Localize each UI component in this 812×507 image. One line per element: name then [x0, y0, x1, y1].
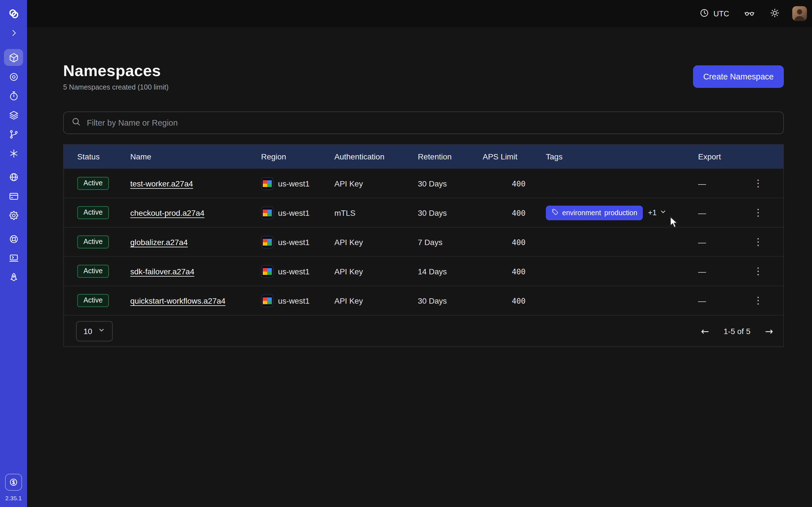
filter-bar [63, 112, 784, 134]
table-row: Active test-worker.a27a4 us-west1 API Ke… [64, 168, 783, 198]
sidebar-item-billing[interactable] [4, 187, 23, 205]
content: Namespaces 5 Namespaces created (100 lim… [27, 27, 812, 347]
sidebar-item-globe[interactable] [4, 168, 23, 185]
sidebar-item-branch[interactable] [4, 126, 23, 143]
namespace-link[interactable]: checkout-prod.a27a4 [130, 208, 204, 217]
col-header-retention: Retention [418, 152, 483, 161]
kebab-menu-button[interactable]: ⋮ [749, 175, 767, 191]
sidebar-item-nexus[interactable] [4, 145, 23, 162]
table-header-row: Status Name Region Authentication Retent… [64, 145, 783, 168]
kebab-menu-button[interactable]: ⋮ [749, 234, 767, 250]
status-badge: Active [77, 177, 109, 190]
sidebar-item-timer[interactable] [4, 87, 23, 104]
status-badge: Active [77, 235, 109, 248]
export-value: — [698, 267, 749, 276]
tag-key: environment [562, 209, 601, 217]
region-label: us-west1 [278, 296, 310, 305]
status-badge: Active [77, 294, 109, 307]
aps-limit-value: 400 [483, 179, 546, 188]
retention-label: 30 Days [418, 296, 483, 305]
labs-button[interactable] [739, 4, 760, 23]
page-size-select[interactable]: 10 [76, 321, 112, 341]
sidebar-item-target[interactable] [4, 68, 23, 85]
app-window: 2.35.1 UTC [0, 0, 812, 507]
user-avatar[interactable] [792, 6, 807, 21]
sidebar-item-namespaces[interactable] [4, 49, 23, 66]
table-footer: 10 ← 1-5 of 5 → [64, 315, 783, 346]
gcp-cloud-icon [261, 265, 273, 277]
region-label: us-west1 [278, 267, 310, 276]
namespace-link[interactable]: globalizer.a27a4 [130, 237, 188, 246]
sidebar-item-getting-started[interactable] [4, 269, 23, 286]
aps-limit-value: 400 [483, 208, 546, 217]
tags-expand-button[interactable]: +1 [648, 208, 667, 217]
page-header: Namespaces 5 Namespaces created (100 lim… [63, 62, 784, 91]
retention-label: 30 Days [418, 179, 483, 188]
chevron-down-icon [659, 208, 667, 217]
tag-icon [552, 208, 559, 217]
aps-limit-value: 400 [483, 237, 546, 246]
col-header-region: Region [261, 152, 335, 161]
export-value: — [698, 179, 749, 188]
namespace-link[interactable]: sdk-failover.a27a4 [130, 267, 194, 276]
glasses-icon [744, 7, 755, 20]
auth-label: API Key [335, 179, 418, 188]
timezone-button[interactable]: UTC [695, 4, 734, 23]
table-row: Active globalizer.a27a4 us-west1 API Key… [64, 227, 783, 256]
export-value: — [698, 208, 749, 217]
create-namespace-button[interactable]: Create Namespace [693, 65, 784, 88]
export-value: — [698, 296, 749, 305]
next-page-button[interactable]: → [765, 325, 773, 337]
page-title: Namespaces [63, 62, 168, 80]
chevron-down-icon [97, 326, 105, 336]
gcp-cloud-icon [261, 177, 273, 189]
filter-input[interactable] [87, 118, 776, 127]
theme-toggle-button[interactable] [765, 4, 784, 23]
namespace-link[interactable]: quickstart-workflows.a27a4 [130, 296, 225, 305]
export-value: — [698, 237, 749, 246]
pagination: ← 1-5 of 5 → [701, 325, 773, 337]
table-row: Active checkout-prod.a27a4 us-west1 mTLS… [64, 198, 783, 227]
usage-button[interactable] [5, 474, 22, 491]
timezone-label: UTC [714, 9, 729, 18]
kebab-menu-button[interactable]: ⋮ [749, 263, 767, 279]
table-row: Active quickstart-workflows.a27a4 us-wes… [64, 286, 783, 315]
sidebar-item-docs[interactable] [4, 249, 23, 267]
col-header-aps-limit: APS Limit [483, 152, 546, 161]
col-header-name: Name [130, 152, 261, 161]
col-header-authentication: Authentication [335, 152, 418, 161]
sidebar-item-settings[interactable] [4, 207, 23, 224]
retention-label: 7 Days [418, 237, 483, 246]
sidebar: 2.35.1 [0, 0, 27, 507]
sidebar-item-layers[interactable] [4, 107, 23, 123]
pagination-range: 1-5 of 5 [724, 327, 751, 335]
col-header-export: Export [698, 152, 749, 161]
status-badge: Active [77, 265, 109, 278]
kebab-menu-button[interactable]: ⋮ [749, 205, 767, 221]
topbar: UTC [27, 0, 812, 27]
gcp-cloud-icon [261, 294, 273, 307]
sidebar-item-support[interactable] [4, 230, 23, 247]
tag-chip[interactable]: environment production [546, 205, 643, 220]
auth-label: mTLS [335, 208, 418, 217]
auth-label: API Key [335, 237, 418, 246]
namespace-link[interactable]: test-worker.a27a4 [130, 179, 193, 188]
gcp-cloud-icon [261, 207, 273, 219]
aps-limit-value: 400 [483, 267, 546, 276]
page-subtitle: 5 Namespaces created (100 limit) [63, 83, 168, 91]
app-version: 2.35.1 [5, 495, 22, 501]
main-area: UTC Namespaces 5 Namespaces created [27, 0, 812, 507]
table-row: Active sdk-failover.a27a4 us-west1 API K… [64, 256, 783, 286]
region-label: us-west1 [278, 179, 310, 188]
tags-cell: environment production +1 [546, 205, 698, 220]
kebab-menu-button[interactable]: ⋮ [749, 292, 767, 309]
previous-page-button[interactable]: ← [701, 325, 709, 337]
aps-limit-value: 400 [483, 296, 546, 305]
clock-icon [700, 8, 710, 19]
gcp-cloud-icon [261, 236, 273, 248]
namespaces-table: Status Name Region Authentication Retent… [63, 144, 784, 347]
auth-label: API Key [335, 296, 418, 305]
expand-sidebar-button[interactable] [4, 24, 23, 41]
region-label: us-west1 [278, 237, 310, 246]
tag-value: production [605, 209, 638, 217]
